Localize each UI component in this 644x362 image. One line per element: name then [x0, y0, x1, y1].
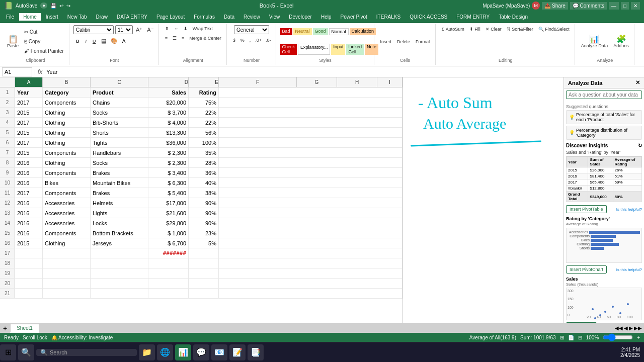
taskbar-word[interactable]: 📝 [229, 344, 246, 360]
tab-draw[interactable]: Draw [92, 13, 112, 21]
cell-e14[interactable]: 90% [189, 218, 219, 228]
cell-f13[interactable] [219, 208, 403, 218]
tab-new-tab[interactable]: New Tab [63, 13, 91, 21]
cell-b6[interactable]: Clothing [43, 138, 91, 147]
cell-e3[interactable]: 22% [189, 108, 219, 117]
cell-d8[interactable]: $ 2,300 [148, 158, 189, 167]
cell-b2[interactable]: Components [43, 98, 91, 107]
cell-b4[interactable]: Clothing [43, 118, 91, 127]
cell-e16[interactable]: 5% [189, 238, 219, 248]
add-sheet-button[interactable]: + [0, 324, 10, 332]
cell-c18[interactable] [91, 258, 148, 268]
merge-center-button[interactable]: Merge & Center [187, 35, 223, 42]
cell-a11[interactable]: 2017 [15, 188, 43, 198]
grid-row-20[interactable]: 20 [0, 279, 403, 289]
view-break-button[interactable]: ⊟ [578, 335, 582, 340]
cell-e21[interactable] [189, 289, 219, 298]
tab-data[interactable]: Data [220, 13, 238, 21]
quick-access-save[interactable]: 💾 [50, 3, 56, 9]
cell-b14[interactable]: Accessories [43, 218, 91, 228]
cell-e8[interactable]: 28% [189, 158, 219, 167]
cell-d18[interactable] [148, 258, 189, 268]
cell-a19[interactable] [15, 268, 43, 278]
cell-f16[interactable] [219, 238, 403, 248]
cell-a13[interactable]: 2016 [15, 208, 43, 218]
cell-d10[interactable]: $ 6,300 [148, 178, 189, 188]
cell-d21[interactable] [148, 289, 189, 298]
clear-button[interactable]: ✕ Clear [484, 25, 504, 33]
cell-f8[interactable] [219, 158, 403, 167]
cell-f7[interactable] [219, 148, 403, 157]
cell-f14[interactable] [219, 218, 403, 228]
cell-e18[interactable] [189, 258, 219, 268]
grid-row-7[interactable]: 72015ComponentsHandlebars$ 2,30035% [0, 148, 403, 158]
scroll-right-button[interactable]: ▶▶ [634, 325, 642, 331]
cell-b21[interactable] [43, 289, 91, 298]
autosave-toggle[interactable]: ● [40, 3, 47, 9]
font-size-select[interactable]: 11 [115, 25, 133, 34]
cell-a17[interactable] [15, 248, 43, 258]
bad-style[interactable]: Bad [280, 28, 292, 35]
autosum-button[interactable]: Σ AutoSum [440, 25, 466, 33]
taskbar-excel[interactable]: 📊 [175, 344, 191, 360]
increase-decimal-button[interactable]: .0+ [254, 37, 263, 44]
cell-d12[interactable]: $17,000 [148, 198, 189, 208]
align-left-button[interactable]: ≡ [163, 35, 170, 42]
tab-help[interactable]: Help [317, 13, 336, 21]
cell-d6[interactable]: $36,000 [148, 138, 189, 147]
grid-row-10[interactable]: 102016BikesMountain Bikes$ 6,30040% [0, 178, 403, 188]
maximize-button[interactable]: □ [621, 2, 629, 10]
tab-power-pivot[interactable]: Power Pivot [336, 13, 371, 21]
cell-b16[interactable]: Clothing [43, 238, 91, 248]
cell-b15[interactable]: Components [43, 228, 91, 238]
linked-cell-style[interactable]: Linked Cell [346, 44, 364, 55]
cell-b11[interactable]: Components [43, 188, 91, 198]
zoom-slider[interactable] [603, 335, 633, 340]
format-painter-button[interactable]: 🖌 Format Painter [22, 47, 66, 55]
view-normal-button[interactable]: ⊞ [560, 335, 564, 340]
cell-e13[interactable]: 90% [189, 208, 219, 218]
cell-a20[interactable] [15, 279, 43, 288]
cell-b13[interactable]: Accessories [43, 208, 91, 218]
cell-c21[interactable] [91, 289, 148, 298]
cell-d1[interactable]: Sales [148, 87, 189, 97]
grid-row-14[interactable]: 142016AccessoriesLocks$29,80090% [0, 218, 403, 228]
tab-data-entry[interactable]: DATA ENTRY [113, 13, 151, 21]
tab-form-entry[interactable]: FORM ENTRY [452, 13, 494, 21]
cell-f21[interactable] [219, 289, 403, 298]
col-header-a[interactable]: A [15, 77, 43, 87]
insert-chart-button[interactable]: Insert Chart [566, 322, 597, 323]
currency-button[interactable]: $ [231, 37, 237, 44]
taskbar-file-explorer[interactable]: 📁 [139, 344, 155, 360]
tab-home[interactable]: Home [19, 13, 41, 21]
cell-a6[interactable]: 2017 [15, 138, 43, 147]
number-format-select[interactable]: General [234, 25, 269, 34]
insert-cells-button[interactable]: Insert [378, 38, 394, 46]
cell-e10[interactable]: 40% [189, 178, 219, 188]
grid-row-6[interactable]: 62017ClothingTights$36,000100% [0, 138, 403, 148]
analyze-question-input[interactable] [566, 90, 642, 99]
cell-d4[interactable]: $ 4,000 [148, 118, 189, 127]
wrap-text-button[interactable]: Wrap Text [191, 25, 215, 32]
grid-row-18[interactable]: 18 [0, 258, 403, 268]
cell-b5[interactable]: Clothing [43, 128, 91, 137]
taskbar-search[interactable]: 🔍 [18, 344, 34, 360]
formula-input[interactable] [44, 68, 642, 75]
grid-row-5[interactable]: 52015ClothingShorts$13,30056% [0, 128, 403, 138]
cell-c6[interactable]: Tights [91, 138, 148, 147]
taskbar-search-bar[interactable]: 🔍 Search [36, 349, 137, 356]
cell-e4[interactable]: 22% [189, 118, 219, 127]
fill-button[interactable]: ⬇ Fill [467, 25, 482, 33]
cell-a2[interactable]: 2017 [15, 98, 43, 107]
decrease-decimal-button[interactable]: .0- [264, 37, 273, 44]
cell-c12[interactable]: Helmets [91, 198, 148, 208]
cell-f6[interactable] [219, 138, 403, 147]
cell-e9[interactable]: 36% [189, 168, 219, 177]
col-header-g[interactable]: G [297, 77, 337, 87]
cell-c1[interactable]: Product [91, 87, 148, 97]
cell-f17[interactable] [219, 248, 403, 258]
cell-c7[interactable]: Handlebars [91, 148, 148, 157]
font-family-select[interactable]: Calibri [73, 25, 114, 34]
cell-a12[interactable]: 2016 [15, 198, 43, 208]
cell-b3[interactable]: Clothing [43, 108, 91, 117]
